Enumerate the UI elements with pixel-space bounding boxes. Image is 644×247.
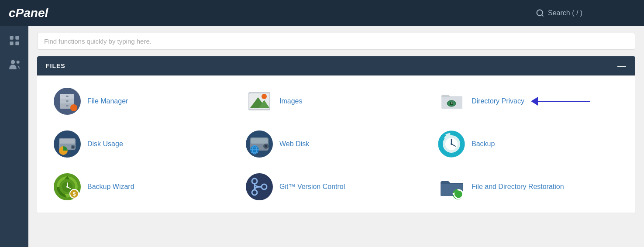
web-disk-icon: [246, 130, 273, 158]
images-icon: [246, 88, 273, 115]
directory-privacy-label: Directory Privacy: [472, 97, 524, 105]
git-icon: [246, 173, 273, 200]
files-section: FILES —: [37, 56, 635, 213]
file-manager-icon: [54, 88, 81, 115]
svg-rect-15: [66, 105, 69, 106]
svg-rect-5: [15, 41, 19, 45]
svg-point-16: [70, 104, 77, 111]
sidebar: [0, 26, 28, 247]
svg-point-6: [10, 60, 14, 64]
grid-item-images[interactable]: Images: [242, 84, 430, 118]
svg-rect-2: [10, 36, 13, 39]
git-label: Git™ Version Control: [279, 183, 345, 191]
grid-item-backup[interactable]: Backup: [434, 127, 622, 161]
main-layout: FILES —: [0, 26, 644, 247]
grid-item-git[interactable]: Git™ Version Control: [242, 170, 430, 204]
grid-item-file-manager[interactable]: File Manager: [50, 84, 238, 118]
svg-rect-4: [10, 41, 13, 45]
disk-usage-label: Disk Usage: [87, 140, 123, 148]
svg-rect-13: [66, 96, 69, 97]
header: cPanel: [0, 0, 644, 26]
grid-item-backup-wizard[interactable]: $ Backup Wizard: [50, 170, 238, 204]
logo-text: cPanel: [9, 6, 48, 20]
main-content: FILES —: [28, 26, 644, 247]
function-search-input[interactable]: [44, 38, 628, 45]
backup-wizard-icon: $: [54, 173, 81, 200]
cpanel-logo[interactable]: cPanel: [9, 6, 48, 20]
files-section-body: File Manager: [37, 75, 635, 213]
grid-item-directory-privacy[interactable]: Directory Privacy: [434, 84, 622, 118]
file-directory-restoration-icon: [438, 173, 465, 200]
svg-point-21: [262, 94, 267, 99]
svg-rect-3: [15, 36, 19, 39]
svg-rect-33: [251, 138, 268, 144]
header-search-area: [536, 9, 635, 17]
files-section-header: FILES —: [37, 56, 635, 75]
svg-rect-27: [60, 139, 75, 144]
search-icon: [536, 9, 544, 17]
function-search-bar[interactable]: [37, 33, 635, 50]
grid-item-file-directory-restoration[interactable]: File and Directory Restoration: [434, 170, 622, 204]
svg-point-7: [16, 60, 19, 63]
users-icon: [8, 58, 21, 71]
directory-privacy-icon: [438, 88, 465, 115]
arrow-container: [531, 97, 590, 106]
svg-point-35: [265, 145, 267, 148]
svg-point-29: [72, 146, 74, 148]
arrow-line: [538, 101, 590, 102]
sidebar-item-grid[interactable]: [4, 31, 24, 50]
web-disk-label: Web Disk: [279, 140, 309, 148]
items-grid: File Manager: [50, 84, 622, 204]
header-search-input[interactable]: [548, 9, 635, 17]
backup-icon: [438, 130, 465, 158]
svg-line-1: [542, 15, 544, 17]
directory-privacy-arrow-group: Directory Privacy: [472, 97, 590, 106]
images-label: Images: [279, 97, 302, 105]
file-directory-restoration-label: File and Directory Restoration: [472, 183, 564, 191]
svg-rect-14: [66, 100, 69, 102]
disk-usage-icon: [54, 130, 81, 158]
files-section-title: FILES: [46, 62, 65, 69]
backup-label: Backup: [472, 140, 495, 148]
grid-item-disk-usage[interactable]: Disk Usage: [50, 127, 238, 161]
backup-wizard-label: Backup Wizard: [87, 183, 134, 191]
arrow-head: [531, 97, 538, 106]
svg-point-24: [451, 103, 453, 104]
grid-item-web-disk[interactable]: Web Disk: [242, 127, 430, 161]
grid-icon: [8, 34, 21, 47]
sidebar-item-users[interactable]: [4, 55, 24, 74]
svg-text:$: $: [73, 191, 76, 197]
svg-point-0: [537, 10, 543, 16]
file-manager-label: File Manager: [87, 97, 128, 105]
collapse-button[interactable]: —: [617, 62, 627, 70]
